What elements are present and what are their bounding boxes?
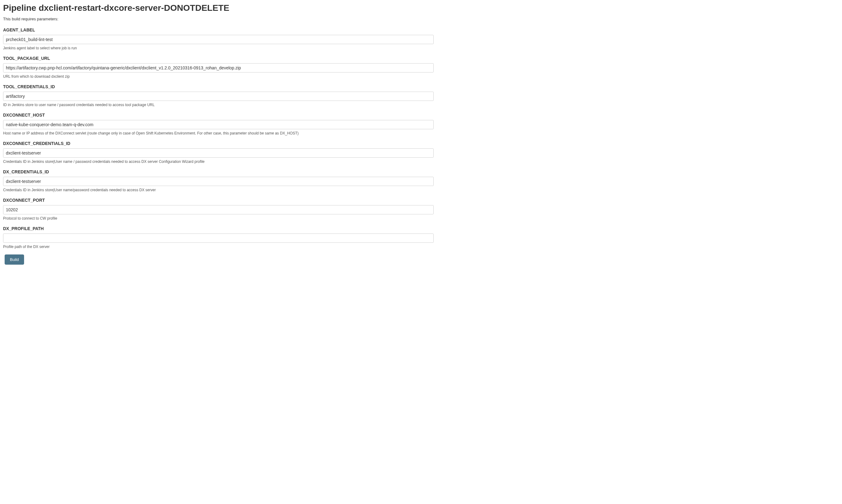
param-label: DXCONNECT_HOST <box>3 112 839 118</box>
dxconnect-host-input[interactable] <box>3 120 434 129</box>
param-block-tool-credentials-id: TOOL_CREDENTIALS_ID ID in Jenkins store … <box>3 84 839 107</box>
param-block-tool-package-url: TOOL_PACKAGE_URL URL from which to downl… <box>3 56 839 79</box>
param-label: TOOL_PACKAGE_URL <box>3 56 839 61</box>
agent-label-input[interactable] <box>3 35 434 44</box>
param-desc: ID in Jenkins store to user name / passw… <box>3 103 839 107</box>
param-label: DXCONNECT_CREDENTIALS_ID <box>3 141 839 146</box>
param-label: DX_CREDENTIALS_ID <box>3 169 839 174</box>
param-label: AGENT_LABEL <box>3 28 839 32</box>
dx-profile-path-input[interactable] <box>3 234 434 243</box>
param-desc: Credentials ID in Jenkins store|User nam… <box>3 188 839 192</box>
dxconnect-credentials-id-input[interactable] <box>3 148 434 158</box>
param-block-dx-credentials-id: DX_CREDENTIALS_ID Credentials ID in Jenk… <box>3 169 839 192</box>
param-label: DXCONNECT_PORT <box>3 198 839 203</box>
build-button[interactable]: Build <box>5 254 24 265</box>
param-desc: Host name or IP address of the DXConnect… <box>3 131 839 136</box>
tool-package-url-input[interactable] <box>3 63 434 72</box>
param-desc: Credentials ID in Jenkins store|User nam… <box>3 160 839 164</box>
param-label: TOOL_CREDENTIALS_ID <box>3 84 839 89</box>
build-note: This build requires parameters: <box>3 17 839 21</box>
param-desc: Jenkins agent label to select where job … <box>3 46 839 50</box>
param-block-agent-label: AGENT_LABEL Jenkins agent label to selec… <box>3 28 839 50</box>
param-label: DX_PROFILE_PATH <box>3 226 839 231</box>
param-block-dxconnect-host: DXCONNECT_HOST Host name or IP address o… <box>3 112 839 136</box>
dxconnect-port-input[interactable] <box>3 205 434 214</box>
dx-credentials-id-input[interactable] <box>3 177 434 186</box>
page-title: Pipeline dxclient-restart-dxcore-server-… <box>3 3 839 13</box>
param-desc: Protocol to connect to CW profile <box>3 216 839 220</box>
param-block-dx-profile-path: DX_PROFILE_PATH Profile path of the DX s… <box>3 226 839 249</box>
param-block-dxconnect-credentials-id: DXCONNECT_CREDENTIALS_ID Credentials ID … <box>3 141 839 164</box>
tool-credentials-id-input[interactable] <box>3 92 434 101</box>
param-desc: Profile path of the DX server <box>3 245 839 249</box>
param-block-dxconnect-port: DXCONNECT_PORT Protocol to connect to CW… <box>3 198 839 220</box>
param-desc: URL from which to download dxclient zip <box>3 74 839 79</box>
